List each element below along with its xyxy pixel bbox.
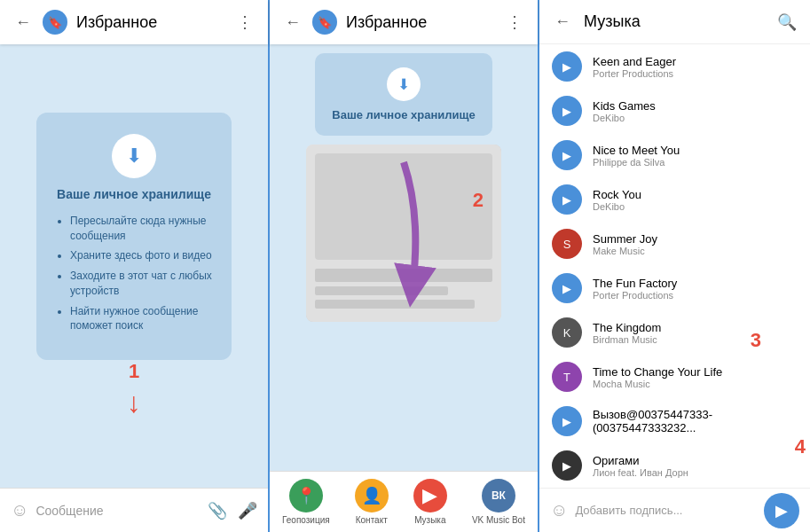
music-list-item[interactable]: ▶ Оригами Лион feat. Иван Дорн [539,443,810,488]
track-title: Оригами [593,454,798,467]
vkbot-label: VK Music Bot [472,515,525,525]
track-artist: DeKibo [593,201,798,212]
panel-favorites-2: ← 🔖 Избранное ⋮ ⬇ Ваше личное хранилище [270,0,539,532]
panel-music: ← Музыка 🔍 ▶ Keen and Eager Porter Produ… [539,0,810,532]
storage-list-item: Храните здесь фото и видео [70,248,214,263]
play-button[interactable]: ▶ [552,184,582,215]
panel2-bookmark-icon: 🔖 [312,10,337,35]
music-list-item[interactable]: ▶ Вызов@00375447333-(00375447333232... [539,399,810,443]
step4-annotation: 4 [795,435,806,458]
play-button[interactable]: ▶ [552,140,582,170]
panel1-bookmark-icon: 🔖 [43,10,67,35]
storage-list-item: Заходите в этот чат с любых устройств [70,269,214,299]
music-list-item[interactable]: T Time to Change Your Life Mocha Music [539,355,810,399]
track-artist: DeKibo [593,113,798,123]
track-title: Вызов@00375447333-(00375447333232... [593,408,798,434]
storage-title: Ваше личное хранилище [57,187,211,201]
screenshot-preview: 2 [306,145,501,322]
music-info: Kids Games DeKibo [593,99,798,123]
play-button[interactable]: ▶ [552,406,582,436]
music-list-item[interactable]: ▶ Kids Games DeKibo [539,89,810,133]
message-input[interactable]: Сообщение [35,504,197,518]
panel1-back-button[interactable]: ← [11,10,35,35]
cloud-icon-sm: ⬇ [387,67,421,101]
screenshot-content [306,145,501,322]
music-list: ▶ Keen and Eager Porter Productions ▶ Ki… [539,44,810,488]
music-avatar: S [552,229,582,259]
track-title: Nice to Meet You [593,144,798,157]
play-button[interactable]: ▶ [552,273,582,303]
mic-icon[interactable]: 🎤 [238,501,257,520]
step2-annotation: 2 [473,189,484,212]
track-title: The Kingdom [593,321,798,334]
track-artist: Philippe da Silva [593,157,798,168]
vk-icon: ВК [482,479,515,512]
panel2-back-button[interactable]: ← [280,10,305,35]
geo-button[interactable]: 📍 Геопозиция [282,479,330,525]
storage-title-sm: Ваше личное хранилище [332,108,475,121]
music-info: Nice to Meet You Philippe da Silva [593,144,798,168]
panel2-menu-button[interactable]: ⋮ [502,10,527,35]
panel1-menu-button[interactable]: ⋮ [232,10,257,35]
music-info: The Kingdom Birdman Music [593,321,798,345]
music-list-item[interactable]: K The Kingdom Birdman Music [539,310,810,355]
arrow-down-icon: ↓ [127,387,141,419]
vkbot-button[interactable]: ВК VK Music Bot [472,479,525,525]
panel3-header: ← Музыка 🔍 [539,0,810,44]
music-list-item[interactable]: ▶ The Fun Factory Porter Productions [539,266,810,310]
track-title: Rock You [593,188,798,201]
track-title: Kids Games [593,99,798,113]
music-list-item[interactable]: ▶ Nice to Meet You Philippe da Silva [539,133,810,177]
storage-list-item: Пересылайте сюда нужные сообщения [70,214,214,244]
music-icon: ▶ [413,479,447,512]
panel3-title: Музыка [584,12,775,31]
add-signature-input[interactable]: Добавить подпись... [575,504,764,517]
panel3-search-button[interactable]: 🔍 [775,10,799,35]
svg-rect-4 [315,300,475,309]
svg-rect-3 [315,286,448,295]
svg-rect-1 [315,153,492,260]
contact-button[interactable]: 👤 Контакт [355,479,389,525]
play-button[interactable]: ▶ [552,450,582,481]
music-info: Time to Change Your Life Mocha Music [593,365,798,389]
geo-icon: 📍 [289,479,323,512]
track-artist: Birdman Music [593,334,798,345]
panel3-emoji-icon[interactable]: ☺ [550,500,568,520]
panel2-header: ← 🔖 Избранное ⋮ [270,0,538,44]
storage-card-sm: ⬇ Ваше личное хранилище [315,53,492,136]
panel2-content: ⬇ Ваше личное хранилище [270,44,538,471]
music-info: Оригами Лион feat. Иван Дорн [593,454,798,478]
track-title: The Fun Factory [593,277,798,290]
panel1-header: ← 🔖 Избранное ⋮ [0,0,268,44]
track-artist: Лион feat. Иван Дорн [593,467,798,478]
track-artist: Porter Productions [593,290,798,301]
music-list-item[interactable]: ▶ Rock You DeKibo [539,177,810,222]
geo-label: Геопозиция [282,515,330,525]
svg-rect-2 [315,269,492,282]
music-list-item[interactable]: S Summer Joy Make Music [539,222,810,266]
track-artist: Porter Productions [593,68,798,79]
music-avatar: K [552,317,582,348]
emoji-icon[interactable]: ☺ [11,500,28,520]
music-button[interactable]: ▶ Музыка [413,479,447,525]
cloud-icon: ⬇ [112,134,156,178]
storage-card: ⬇ Ваше личное хранилище Пересылайте сюда… [36,113,232,361]
paperclip-icon[interactable]: 📎 [208,501,227,520]
storage-list-item: Найти нужное сообщение поможет поиск [70,304,214,334]
music-info: The Fun Factory Porter Productions [593,277,798,301]
music-info: Вызов@00375447333-(00375447333232... [593,408,798,434]
track-title: Keen and Eager [593,55,798,68]
play-button[interactable]: ▶ [552,96,582,126]
music-info: Summer Joy Make Music [593,232,798,256]
panel2-bottom-bar: 📍 Геопозиция 👤 Контакт ▶ Музыка ВК VK Mu… [270,471,538,532]
music-list-item[interactable]: ▶ Keen and Eager Porter Productions [539,44,810,89]
panel3-back-button[interactable]: ← [550,10,575,35]
contact-icon: 👤 [355,479,389,512]
track-artist: Mocha Music [593,379,798,389]
track-title: Summer Joy [593,232,798,246]
track-artist: Make Music [593,246,798,256]
music-info: Keen and Eager Porter Productions [593,55,798,79]
send-button[interactable]: ▶ [764,493,799,528]
music-info: Rock You DeKibo [593,188,798,212]
play-button[interactable]: ▶ [552,51,582,82]
